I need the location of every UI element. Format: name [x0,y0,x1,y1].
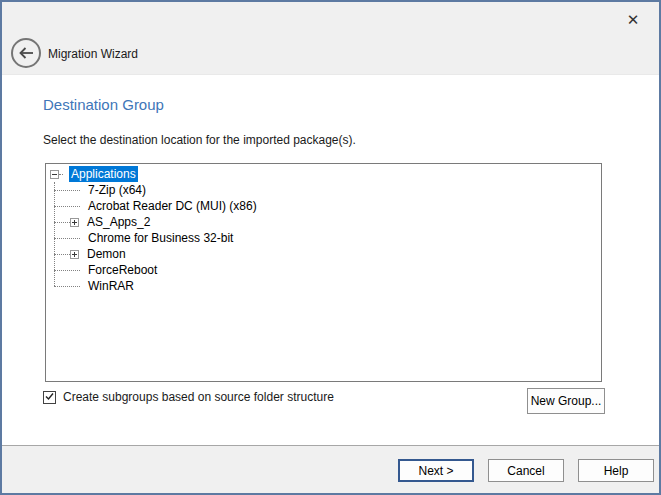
wizard-header: ✕ Migration Wizard [2,2,659,75]
tree-item[interactable]: WinRAR [46,278,601,294]
tree-item-label[interactable]: Demon [85,246,128,262]
tree-item[interactable]: AS_Apps_2 [46,214,601,230]
dialog-footer: Next > Cancel Help [2,445,659,493]
tree-item[interactable]: Chrome for Business 32-bit [46,230,601,246]
next-button[interactable]: Next > [398,459,474,482]
new-group-button[interactable]: New Group... [527,388,605,414]
close-icon[interactable]: ✕ [621,8,645,32]
tree-item-label[interactable]: Acrobat Reader DC (MUI) (x86) [86,198,259,214]
tree-item-applications[interactable]: Applications [46,166,601,182]
expand-plus-icon[interactable] [70,250,79,259]
tree-item-label[interactable]: 7-Zip (x64) [86,182,148,198]
wizard-title: Migration Wizard [48,47,138,61]
tree-item-label[interactable]: ForceReboot [86,262,159,278]
create-subgroups-label: Create subgroups based on source folder … [63,390,334,404]
destination-group-tree: Applications 7-Zip (x64) Acrobat Reader … [45,163,602,382]
checkmark-icon [44,388,55,406]
tree-item-label[interactable]: Applications [69,166,138,182]
tree-item[interactable]: Acrobat Reader DC (MUI) (x86) [46,198,601,214]
back-arrow-icon [17,46,35,60]
tree-item-label[interactable]: Chrome for Business 32-bit [86,230,235,246]
tree-item[interactable]: 7-Zip (x64) [46,182,601,198]
tree-item[interactable]: ForceReboot [46,262,601,278]
tree-item-label[interactable]: WinRAR [86,278,136,294]
tree-item[interactable]: Demon [46,246,601,262]
migration-wizard-window: ✕ Migration Wizard Destination Group Sel… [0,0,661,495]
collapse-minus-icon[interactable] [50,170,59,179]
create-subgroups-option[interactable]: Create subgroups based on source folder … [43,390,334,404]
cancel-button[interactable]: Cancel [488,459,564,482]
help-button[interactable]: Help [578,459,654,482]
page-subtitle: Select the destination location for the … [43,133,356,147]
page-title: Destination Group [43,96,164,113]
expand-plus-icon[interactable] [70,218,79,227]
back-button[interactable] [11,38,41,68]
tree-item-label[interactable]: AS_Apps_2 [85,214,152,230]
create-subgroups-checkbox[interactable] [43,391,56,404]
